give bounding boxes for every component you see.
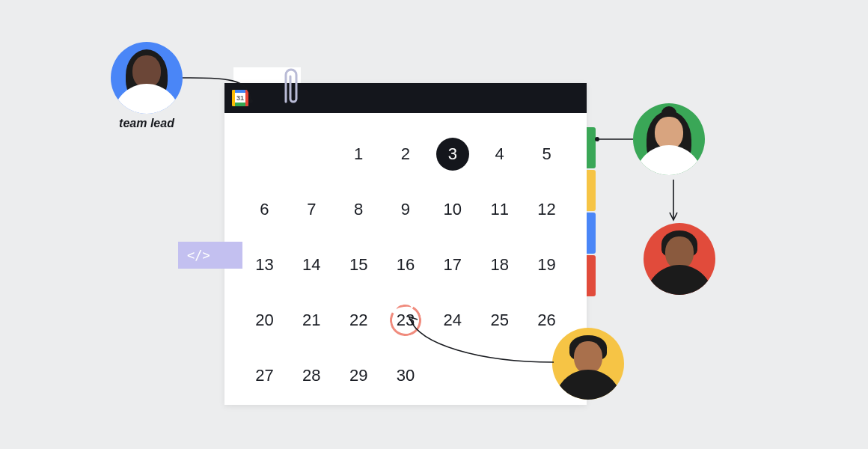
calendar-day-number: 29 xyxy=(349,366,367,385)
calendar-day[interactable]: 30 xyxy=(382,348,430,403)
calendar-day[interactable]: 13 xyxy=(241,237,288,293)
calendar-day-number: 16 xyxy=(397,255,415,275)
calendar-day[interactable]: 15 xyxy=(335,237,382,293)
calendar-card: 31 1234567891011121314151617181920212223… xyxy=(224,83,587,405)
calendar-day[interactable]: 2 xyxy=(382,126,430,182)
calendar-day-number: 13 xyxy=(255,255,273,275)
calendar-day-number: 1 xyxy=(354,144,363,164)
calendar-body: 1234567891011121314151617181920212223242… xyxy=(224,113,587,418)
calendar-day-number: 22 xyxy=(349,311,367,330)
calendar-day[interactable]: 5 xyxy=(523,126,570,182)
calendar-day[interactable]: 16 xyxy=(382,237,430,293)
calendar-day[interactable]: 27 xyxy=(241,348,288,403)
calendar-day-number: 25 xyxy=(490,311,508,330)
calendar-day-number: 2 xyxy=(401,144,410,164)
calendar-day[interactable]: 28 xyxy=(288,348,335,403)
calendar-day[interactable]: 11 xyxy=(476,182,523,237)
avatar-member-1 xyxy=(633,103,705,175)
calendar-day xyxy=(288,126,335,182)
calendar-day-number: 28 xyxy=(302,366,320,385)
code-embed-tag: </> xyxy=(178,242,242,269)
tab-red xyxy=(587,255,596,296)
calendar-day-number: 27 xyxy=(255,366,273,385)
calendar-day[interactable]: 1 xyxy=(335,126,382,182)
code-embed-label: </> xyxy=(187,248,210,263)
calendar-day-number: 4 xyxy=(495,144,504,164)
calendar-day[interactable]: 17 xyxy=(429,237,476,293)
calendar-day-number: 24 xyxy=(444,311,462,330)
calendar-day xyxy=(241,126,288,182)
calendar-grid: 1234567891011121314151617181920212223242… xyxy=(241,126,570,403)
calendar-day-number: 21 xyxy=(302,311,320,330)
tab-yellow xyxy=(587,170,596,211)
calendar-day-number: 9 xyxy=(401,200,410,219)
calendar-day[interactable]: 24 xyxy=(429,293,476,348)
calendar-day-number: 30 xyxy=(397,366,415,385)
google-calendar-icon: 31 xyxy=(232,90,248,106)
calendar-day-number: 7 xyxy=(307,200,316,219)
calendar-day[interactable]: 18 xyxy=(476,237,523,293)
calendar-day-number: 3 xyxy=(436,138,469,171)
calendar-day[interactable]: 29 xyxy=(335,348,382,403)
calendar-day[interactable]: 3 xyxy=(429,126,476,182)
calendar-day-number: 14 xyxy=(302,255,320,275)
tab-green xyxy=(587,127,596,168)
calendar-day[interactable]: 19 xyxy=(523,237,570,293)
avatar-team-lead xyxy=(111,42,183,114)
avatar-member-2 xyxy=(644,223,715,295)
calendar-day[interactable]: 4 xyxy=(476,126,523,182)
calendar-day-number: 20 xyxy=(255,311,273,330)
calendar-day[interactable]: 7 xyxy=(288,182,335,237)
calendar-day-number: 15 xyxy=(349,255,367,275)
calendar-day-number: 11 xyxy=(490,200,508,219)
calendar-day-number: 12 xyxy=(537,200,555,219)
calendar-day-number: 26 xyxy=(537,311,555,330)
calendar-day[interactable]: 14 xyxy=(288,237,335,293)
calendar-day-number: 5 xyxy=(542,144,551,164)
calendar-day[interactable]: 23 xyxy=(382,293,430,348)
calendar-day[interactable]: 25 xyxy=(476,293,523,348)
calendar-day-number: 17 xyxy=(444,255,462,275)
calendar-day-number: 6 xyxy=(260,200,269,219)
calendar-day-number: 10 xyxy=(444,200,462,219)
calendar-day-number: 19 xyxy=(537,255,555,275)
color-tabs xyxy=(587,127,594,298)
avatar-member-3 xyxy=(552,328,624,400)
calendar-icon-day: 31 xyxy=(232,90,248,106)
calendar-day[interactable]: 8 xyxy=(335,182,382,237)
calendar-day xyxy=(476,348,523,403)
calendar-day[interactable]: 21 xyxy=(288,293,335,348)
calendar-day-number: 23 xyxy=(397,311,415,330)
calendar-day[interactable]: 6 xyxy=(241,182,288,237)
calendar-day[interactable]: 20 xyxy=(241,293,288,348)
calendar-day[interactable]: 22 xyxy=(335,293,382,348)
calendar-day xyxy=(429,348,476,403)
team-lead-label: team lead xyxy=(111,117,183,130)
calendar-day[interactable]: 12 xyxy=(523,182,570,237)
tab-blue xyxy=(587,213,596,254)
calendar-header: 31 xyxy=(224,83,587,113)
calendar-day[interactable]: 10 xyxy=(429,182,476,237)
calendar-day-number: 8 xyxy=(354,200,363,219)
calendar-day-number: 18 xyxy=(490,255,508,275)
calendar-day[interactable]: 9 xyxy=(382,182,430,237)
